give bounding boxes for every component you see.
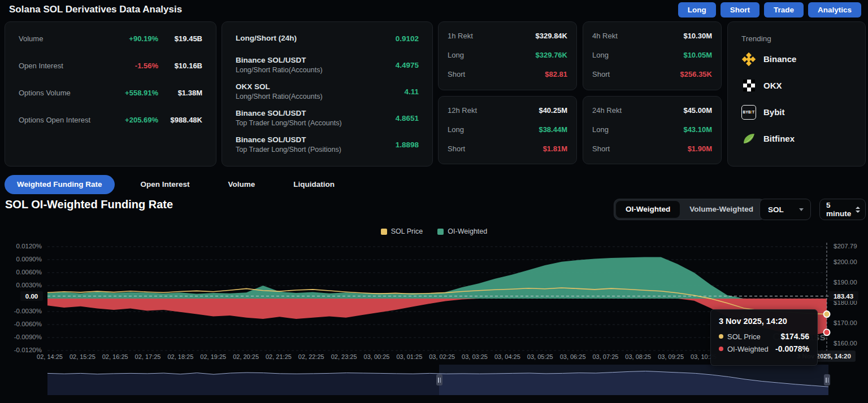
y-axis-left-tick: 0.0030% <box>2 282 42 288</box>
chart-tabbar: Weighted Funding Rate Open Interest Volu… <box>5 175 347 194</box>
stat-value: $1.38M <box>158 89 202 97</box>
y-axis-right-tick: $207.79 <box>834 243 857 249</box>
stat-label: Options Open Interest <box>19 116 108 124</box>
rekt-panel-1h: 1h Rekt$329.84K Long$329.76K Short$82.81 <box>438 21 577 90</box>
y-axis-right-tick: $170.00 <box>834 319 857 326</box>
segment-oi-weighted[interactable]: OI-Weighted <box>616 201 680 218</box>
weighting-toggle: OI-Weighted Volume-Weighted <box>614 199 765 220</box>
trending-item-okx[interactable]: OKX <box>741 72 852 99</box>
rekt-panel-24h: 24h Rekt$45.00M Long$43.10M Short$1.90M <box>583 96 722 164</box>
long-short-ratios-panel: Long/Short (24h) 0.9102 Binance SOL/USDT… <box>222 21 433 167</box>
ratio-value: 4.4975 <box>396 61 419 69</box>
rekt-title: 24h Rekt <box>592 106 683 115</box>
ratio-row: Long/Short (24h) 0.9102 <box>236 25 419 52</box>
binance-logo-icon <box>741 52 756 67</box>
sol-price-swatch <box>381 229 387 235</box>
stat-value: $10.16B <box>158 62 202 70</box>
symbol-select[interactable]: SOL <box>760 199 811 220</box>
rekt-title: 12h Rekt <box>448 106 539 115</box>
chart-tooltip: 3 Nov 2025, 14:20 SOL Price $174.56 OI-W… <box>710 309 818 366</box>
derivatives-dashboard: Solana SOL Derivatives Data Analysis Lon… <box>0 0 868 403</box>
rekt-long-label: Long <box>448 51 536 59</box>
ratio-subtitle: Long/Short Ratio(Accounts) <box>236 65 396 75</box>
ratio-subtitle: Long/Short Ratio(Accounts) <box>236 92 404 102</box>
rekt-short-label: Short <box>448 144 543 153</box>
y-axis-left-tick: 0.0120% <box>2 243 42 249</box>
long-button[interactable]: Long <box>678 2 716 17</box>
ratio-title: Binance SOL/USDT <box>236 55 396 65</box>
stat-change: -1.56% <box>108 62 158 70</box>
y-axis-left-tick: 0.0060% <box>2 269 42 275</box>
trending-item-bybit[interactable]: BYB!T Bybit <box>741 99 852 125</box>
tab-liquidation[interactable]: Liquidation <box>281 175 347 194</box>
ratio-subtitle: Top Trader Long/Short (Positions) <box>236 145 396 155</box>
rekt-total: $45.00M <box>683 106 712 115</box>
ratio-value: 4.11 <box>404 87 419 96</box>
stat-row-options-volume: Options Volume +558.91% $1.38M <box>19 79 202 106</box>
rekt-short-label: Short <box>592 144 688 153</box>
ratio-subtitle: Top Trader Long/Short (Accounts) <box>236 119 396 128</box>
rekt-short-value: $1.81M <box>543 144 567 153</box>
chart-navigator[interactable] <box>47 365 831 395</box>
tooltip-row-oi-weighted: OI-Weighted -0.0078% <box>719 344 809 353</box>
legend-label: SOL Price <box>391 227 423 235</box>
ratio-title: Binance SOL/USDT <box>236 135 396 145</box>
interval-stepper-icon <box>856 207 860 213</box>
stat-change: +90.19% <box>108 34 158 43</box>
analytics-button[interactable]: Analytics <box>808 2 861 17</box>
tooltip-time: 3 Nov 2025, 14:20 <box>719 317 809 326</box>
ratio-row: Binance SOL/USDT Top Trader Long/Short (… <box>236 105 419 132</box>
rekt-panel-12h: 12h Rekt$40.25M Long$38.44M Short$1.81M <box>438 96 577 164</box>
rekt-long-label: Long <box>448 125 539 134</box>
tab-volume[interactable]: Volume <box>216 175 268 194</box>
tab-open-interest[interactable]: Open Interest <box>128 175 202 194</box>
header-buttons: Long Short Trade Analytics <box>678 2 861 17</box>
rekt-title: 4h Rekt <box>592 32 683 40</box>
stat-value: $19.45B <box>158 34 202 43</box>
short-button[interactable]: Short <box>721 2 760 17</box>
ratio-row: OKX SOL Long/Short Ratio(Accounts) 4.11 <box>236 78 419 105</box>
header: Solana SOL Derivatives Data Analysis Lon… <box>0 0 868 19</box>
page-title: Solana SOL Derivatives Data Analysis <box>9 4 182 15</box>
sol-price-dot-icon <box>719 334 723 339</box>
trending-item-binance[interactable]: Binance <box>741 46 852 72</box>
rekt-short-label: Short <box>592 70 680 78</box>
rekt-total: $10.30M <box>683 32 712 40</box>
ratio-title: OKX SOL <box>236 82 404 92</box>
tooltip-row-sol-price: SOL Price $174.56 <box>719 332 809 341</box>
navigator-handle-right[interactable] <box>824 374 830 386</box>
y-axis-left-tick: -0.0090% <box>2 334 42 340</box>
ratio-value: 1.8898 <box>396 141 419 149</box>
trending-item-bitfinex[interactable]: Bitfinex <box>741 125 852 152</box>
symbol-select-value: SOL <box>768 205 799 214</box>
rekt-long-value: $43.10M <box>683 125 712 134</box>
bitfinex-logo-icon <box>741 132 756 146</box>
navigator-handle-left[interactable] <box>436 374 442 386</box>
ratio-row: Binance SOL/USDT Top Trader Long/Short (… <box>236 132 419 158</box>
rekt-long-value: $38.44M <box>539 125 567 134</box>
rekt-short-value: $82.81 <box>545 70 567 78</box>
stats-panel: Volume +90.19% $19.45B Open Interest -1.… <box>5 21 216 167</box>
legend-item-sol-price[interactable]: SOL Price <box>381 227 423 235</box>
y-axis-left-tick: -0.0120% <box>2 347 42 353</box>
y-axis-right-tick: $190.00 <box>834 279 857 286</box>
tab-weighted-funding-rate[interactable]: Weighted Funding Rate <box>5 175 115 194</box>
stat-change: +558.91% <box>108 89 158 97</box>
trending-name: OKX <box>763 81 782 90</box>
trending-name: Bybit <box>763 107 785 117</box>
current-funding-label: 0.00 <box>20 291 43 301</box>
stat-row-options-open-interest: Options Open Interest +205.69% $988.48K <box>19 106 202 133</box>
legend-item-oi-weighted[interactable]: OI-Weighted <box>437 227 487 235</box>
interval-select[interactable]: 5 minute <box>819 199 866 220</box>
oi-weighted-swatch <box>437 229 444 235</box>
trending-name: Bitfinex <box>763 134 795 143</box>
rekt-short-value: $256.35K <box>680 70 712 78</box>
tooltip-label: OI-Weighted <box>727 345 771 353</box>
tooltip-label: SOL Price <box>727 332 776 341</box>
trade-button[interactable]: Trade <box>764 2 804 17</box>
rekt-panel-4h: 4h Rekt$10.30M Long$10.05M Short$256.35K <box>583 21 722 90</box>
okx-logo-icon <box>741 78 756 93</box>
chart-title: SOL OI-Weighted Funding Rate <box>5 198 173 211</box>
tooltip-value: $174.56 <box>780 332 809 341</box>
segment-volume-weighted[interactable]: Volume-Weighted <box>680 201 763 218</box>
